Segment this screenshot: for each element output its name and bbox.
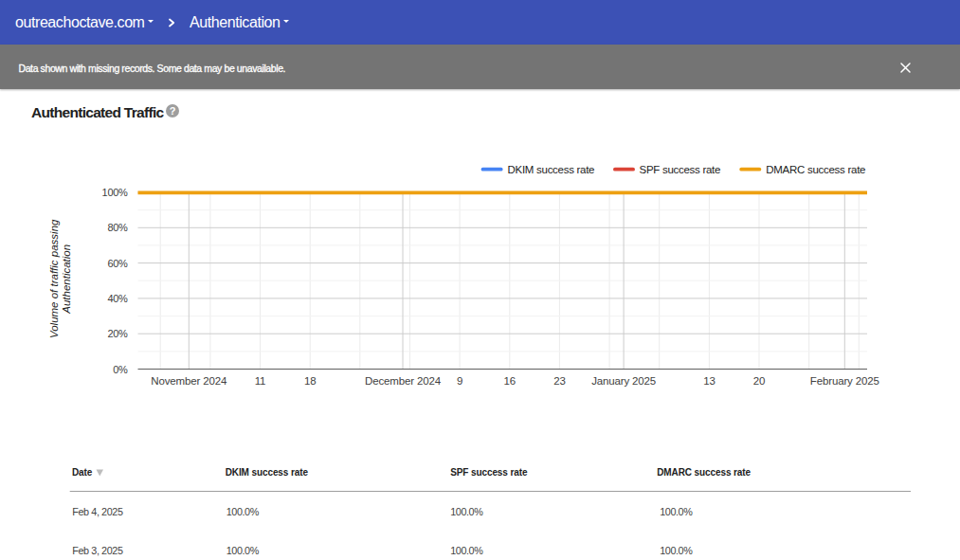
svg-text:23: 23 (553, 375, 566, 387)
svg-text:DMARC success rate: DMARC success rate (766, 164, 865, 175)
svg-text:20%: 20% (107, 328, 128, 339)
svg-text:100.0%: 100.0% (226, 545, 260, 556)
svg-text:16: 16 (504, 375, 516, 387)
svg-text:100.0%: 100.0% (660, 545, 693, 556)
svg-text:SPF success rate: SPF success rate (640, 164, 721, 175)
svg-text:November 2024: November 2024 (151, 375, 227, 387)
svg-text:Volume of traffic passing: Volume of traffic passing (48, 219, 60, 338)
svg-text:0%: 0% (113, 364, 128, 375)
svg-text:20: 20 (753, 375, 766, 387)
svg-text:Feb 4, 2025: Feb 4, 2025 (72, 506, 123, 517)
svg-text:18: 18 (304, 375, 317, 387)
svg-text:60%: 60% (107, 258, 128, 269)
svg-text:80%: 80% (107, 222, 128, 233)
svg-text:DMARC success rate: DMARC success rate (657, 467, 751, 478)
svg-text:100.0%: 100.0% (660, 506, 693, 517)
svg-text:13: 13 (703, 375, 715, 387)
svg-text:100%: 100% (102, 187, 128, 198)
svg-text:100.0%: 100.0% (226, 506, 260, 517)
svg-text:Authentication: Authentication (61, 244, 72, 315)
svg-text:SPF success rate: SPF success rate (450, 467, 528, 478)
svg-text:January 2025: January 2025 (591, 375, 656, 387)
svg-text:11: 11 (255, 375, 266, 387)
svg-text:Date: Date (72, 467, 93, 478)
svg-text:February 2025: February 2025 (810, 375, 879, 387)
svg-text:40%: 40% (107, 293, 128, 304)
svg-text:Feb 3, 2025: Feb 3, 2025 (72, 545, 123, 556)
svg-text:9: 9 (457, 375, 462, 387)
svg-text:December 2024: December 2024 (365, 375, 442, 387)
svg-text:DKIM success rate: DKIM success rate (226, 467, 309, 478)
svg-text:DKIM success rate: DKIM success rate (508, 164, 595, 175)
svg-text:100.0%: 100.0% (450, 506, 483, 517)
svg-text:100.0%: 100.0% (450, 545, 483, 556)
